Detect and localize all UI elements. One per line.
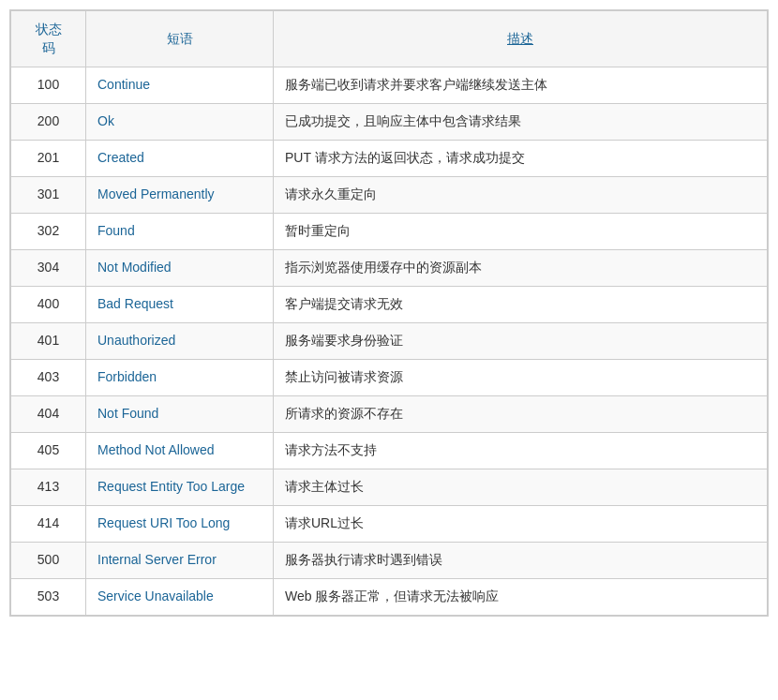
- cell-code: 401: [11, 323, 86, 360]
- cell-description: 客户端提交请求无效: [274, 287, 768, 323]
- cell-code: 100: [11, 67, 86, 104]
- table-row: 200Ok已成功提交，且响应主体中包含请求结果: [11, 104, 768, 141]
- cell-description: PUT 请求方法的返回状态，请求成功提交: [274, 141, 768, 177]
- cell-code: 201: [11, 141, 86, 177]
- cell-phrase: Method Not Allowed: [86, 433, 274, 469]
- header-description: 描述: [274, 11, 768, 67]
- table-row: 500Internal Server Error服务器执行请求时遇到错误: [11, 543, 768, 579]
- cell-code: 413: [11, 469, 86, 506]
- table-row: 201CreatedPUT 请求方法的返回状态，请求成功提交: [11, 141, 768, 177]
- cell-phrase: Created: [86, 141, 274, 177]
- cell-phrase: Forbidden: [86, 360, 274, 396]
- cell-code: 302: [11, 214, 86, 250]
- cell-description: 已成功提交，且响应主体中包含请求结果: [274, 104, 768, 141]
- cell-phrase: Not Modified: [86, 250, 274, 287]
- http-status-table: 状态码 短语 描述 100Continue服务端已收到请求并要求客户端继续发送主…: [9, 9, 769, 617]
- table-header-row: 状态码 短语 描述: [11, 11, 768, 67]
- cell-code: 301: [11, 177, 86, 214]
- table-row: 503Service UnavailableWeb 服务器正常，但请求无法被响应: [11, 579, 768, 616]
- cell-description: Web 服务器正常，但请求无法被响应: [274, 579, 768, 616]
- cell-phrase: Not Found: [86, 396, 274, 433]
- cell-description: 禁止访问被请求资源: [274, 360, 768, 396]
- table-row: 301Moved Permanently请求永久重定向: [11, 177, 768, 214]
- cell-description: 暂时重定向: [274, 214, 768, 250]
- table-row: 400Bad Request客户端提交请求无效: [11, 287, 768, 323]
- cell-description: 服务端要求身份验证: [274, 323, 768, 360]
- cell-phrase: Found: [86, 214, 274, 250]
- cell-code: 403: [11, 360, 86, 396]
- cell-description: 所请求的资源不存在: [274, 396, 768, 433]
- header-code: 状态码: [11, 11, 86, 67]
- table-row: 405Method Not Allowed请求方法不支持: [11, 433, 768, 469]
- table-row: 302Found暂时重定向: [11, 214, 768, 250]
- cell-description: 服务端已收到请求并要求客户端继续发送主体: [274, 67, 768, 104]
- cell-code: 200: [11, 104, 86, 141]
- table-row: 401Unauthorized服务端要求身份验证: [11, 323, 768, 360]
- header-phrase: 短语: [86, 11, 274, 67]
- table-row: 100Continue服务端已收到请求并要求客户端继续发送主体: [11, 67, 768, 104]
- cell-phrase: Request URI Too Long: [86, 506, 274, 543]
- table-row: 304Not Modified指示浏览器使用缓存中的资源副本: [11, 250, 768, 287]
- cell-code: 503: [11, 579, 86, 616]
- table-row: 414Request URI Too Long请求URL过长: [11, 506, 768, 543]
- cell-description: 请求URL过长: [274, 506, 768, 543]
- table-row: 404Not Found所请求的资源不存在: [11, 396, 768, 433]
- cell-phrase: Service Unavailable: [86, 579, 274, 616]
- cell-code: 500: [11, 543, 86, 579]
- cell-phrase: Moved Permanently: [86, 177, 274, 214]
- cell-description: 请求永久重定向: [274, 177, 768, 214]
- cell-phrase: Bad Request: [86, 287, 274, 323]
- table-row: 403Forbidden禁止访问被请求资源: [11, 360, 768, 396]
- cell-phrase: Ok: [86, 104, 274, 141]
- cell-phrase: Request Entity Too Large: [86, 469, 274, 506]
- cell-code: 400: [11, 287, 86, 323]
- cell-phrase: Unauthorized: [86, 323, 274, 360]
- cell-code: 405: [11, 433, 86, 469]
- cell-description: 请求方法不支持: [274, 433, 768, 469]
- cell-phrase: Internal Server Error: [86, 543, 274, 579]
- cell-code: 304: [11, 250, 86, 287]
- cell-phrase: Continue: [86, 67, 274, 104]
- cell-description: 请求主体过长: [274, 469, 768, 506]
- cell-description: 服务器执行请求时遇到错误: [274, 543, 768, 579]
- table-row: 413Request Entity Too Large请求主体过长: [11, 469, 768, 506]
- cell-code: 414: [11, 506, 86, 543]
- cell-description: 指示浏览器使用缓存中的资源副本: [274, 250, 768, 287]
- cell-code: 404: [11, 396, 86, 433]
